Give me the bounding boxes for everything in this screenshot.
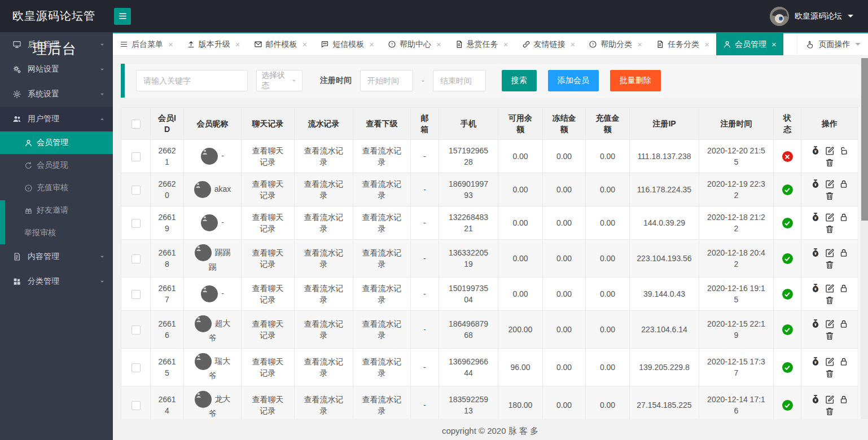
edit-button[interactable] (825, 248, 835, 258)
view-flow-link[interactable]: 查看流水记录 (304, 179, 344, 200)
lock-button[interactable] (839, 357, 849, 367)
tab-item[interactable]: 友情链接× (515, 33, 582, 55)
sidebar-item[interactable]: 内容管理 (0, 244, 113, 269)
scrollbar-track[interactable] (861, 58, 868, 419)
balance-button[interactable]: ¥ (810, 179, 821, 189)
tab-item[interactable]: 短信模板× (314, 33, 381, 55)
row-checkbox[interactable] (131, 290, 141, 299)
status-ok-icon[interactable] (782, 289, 793, 300)
balance-button[interactable]: ¥ (810, 394, 821, 404)
view-subordinate-link[interactable]: 查看流水记录 (362, 319, 402, 340)
view-subordinate-link[interactable]: 查看流水记录 (362, 179, 402, 200)
search-button[interactable]: 搜索 (502, 70, 537, 91)
edit-button[interactable] (825, 394, 835, 404)
lock-button[interactable] (839, 212, 849, 222)
close-icon[interactable]: × (235, 40, 240, 49)
sidebar-subitem[interactable]: 举报审核 (0, 222, 113, 244)
close-icon[interactable]: × (571, 40, 576, 49)
sidebar-item[interactable]: 网站设置 (0, 57, 113, 82)
lock-button[interactable] (839, 283, 849, 293)
balance-button[interactable]: ¥ (810, 283, 821, 293)
view-flow-link[interactable]: 查看流水记录 (304, 395, 344, 415)
view-subordinate-link[interactable]: 查看流水记录 (362, 357, 402, 377)
row-checkbox[interactable] (131, 254, 141, 263)
sidebar-item[interactable]: 后台管理理后台 (0, 32, 113, 57)
balance-button[interactable]: ¥ (810, 146, 821, 156)
sidebar-subitem[interactable]: 好友邀请 (0, 199, 113, 222)
sidebar-item[interactable]: 分类管理 (0, 269, 113, 294)
status-ok-icon[interactable] (782, 400, 793, 411)
view-chat-link[interactable]: 查看聊天记录 (252, 319, 284, 340)
delete-button[interactable] (825, 295, 835, 305)
view-flow-link[interactable]: 查看流水记录 (304, 146, 344, 166)
close-icon[interactable]: × (704, 40, 709, 49)
status-ok-icon[interactable] (782, 362, 793, 373)
close-icon[interactable]: × (436, 40, 441, 49)
balance-button[interactable]: ¥ (810, 248, 821, 258)
delete-button[interactable] (825, 259, 835, 270)
lock-button[interactable] (839, 179, 849, 189)
tab-item[interactable]: 悬赏任务× (448, 33, 515, 55)
select-all-checkbox[interactable] (131, 120, 141, 129)
status-ok-icon[interactable] (782, 184, 793, 195)
edit-button[interactable] (825, 319, 835, 329)
delete-button[interactable] (825, 224, 835, 234)
lock-button[interactable] (839, 248, 849, 258)
view-subordinate-link[interactable]: 查看流水记录 (362, 395, 402, 415)
status-ok-icon[interactable] (782, 324, 793, 335)
menu-toggle-button[interactable] (114, 8, 131, 25)
close-icon[interactable]: × (771, 40, 777, 49)
view-chat-link[interactable]: 查看聊天记录 (252, 179, 284, 200)
delete-button[interactable] (825, 406, 835, 416)
lock-button[interactable] (839, 319, 849, 329)
unlock-button[interactable] (839, 146, 849, 156)
row-checkbox[interactable] (131, 152, 141, 161)
view-subordinate-link[interactable]: 查看流水记录 (362, 146, 402, 166)
balance-button[interactable]: ¥ (810, 319, 821, 329)
view-flow-link[interactable]: 查看流水记录 (304, 213, 344, 233)
edit-button[interactable] (825, 146, 835, 156)
row-checkbox[interactable] (131, 363, 141, 372)
lock-button[interactable] (839, 394, 849, 404)
balance-button[interactable]: ¥ (810, 212, 821, 222)
scrollbar-thumb[interactable] (861, 58, 868, 221)
close-icon[interactable]: × (168, 40, 173, 49)
delete-button[interactable] (825, 191, 835, 201)
view-flow-link[interactable]: 查看流水记录 (304, 248, 344, 269)
view-flow-link[interactable]: 查看流水记录 (304, 319, 344, 340)
view-chat-link[interactable]: 查看聊天记录 (252, 248, 284, 269)
status-banned-icon[interactable] (782, 151, 793, 162)
close-icon[interactable]: × (369, 40, 374, 49)
view-subordinate-link[interactable]: 查看流水记录 (362, 284, 402, 304)
page-actions-button[interactable]: 页面操作 (797, 33, 868, 55)
tab-item[interactable]: 邮件模板× (247, 33, 314, 55)
start-time-input[interactable] (360, 70, 413, 91)
close-icon[interactable]: × (503, 40, 508, 49)
keyword-input[interactable] (136, 70, 248, 91)
batch-delete-button[interactable]: 批量删除 (610, 70, 661, 91)
row-checkbox[interactable] (131, 219, 141, 228)
row-checkbox[interactable] (131, 186, 141, 195)
end-time-input[interactable] (433, 70, 486, 91)
close-icon[interactable]: × (303, 40, 308, 49)
view-chat-link[interactable]: 查看聊天记录 (252, 146, 284, 166)
sidebar-subitem[interactable]: ¥充值审核 (0, 177, 113, 199)
close-icon[interactable]: × (637, 40, 642, 49)
view-chat-link[interactable]: 查看聊天记录 (252, 395, 284, 415)
sidebar-scrollbar-thumb[interactable] (0, 200, 5, 244)
edit-button[interactable] (825, 283, 835, 293)
view-chat-link[interactable]: 查看聊天记录 (252, 357, 284, 377)
sidebar-subitem[interactable]: 会员提现 (0, 154, 113, 177)
add-member-button[interactable]: 添加会员 (548, 70, 599, 91)
sidebar-item[interactable]: 用户管理 (0, 107, 113, 131)
status-ok-icon[interactable] (782, 218, 793, 228)
tab-item[interactable]: ?帮助中心× (381, 33, 448, 55)
tab-item[interactable]: 任务分类× (649, 33, 716, 55)
delete-button[interactable] (825, 157, 835, 168)
view-flow-link[interactable]: 查看流水记录 (304, 357, 344, 377)
edit-button[interactable] (825, 179, 835, 189)
sidebar-item[interactable]: 系统设置 (0, 82, 113, 107)
delete-button[interactable] (825, 368, 835, 379)
view-chat-link[interactable]: 查看聊天记录 (252, 284, 284, 304)
row-checkbox[interactable] (131, 401, 141, 410)
